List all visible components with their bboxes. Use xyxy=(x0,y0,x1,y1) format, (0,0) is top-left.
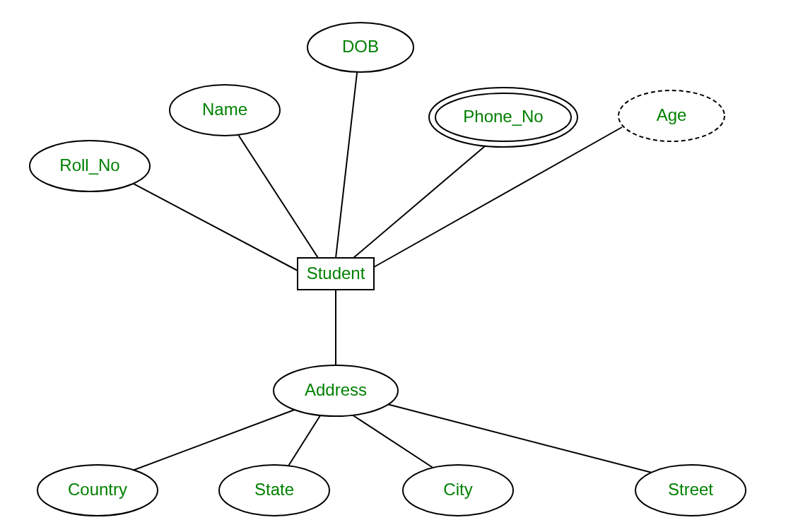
attr-age: Age xyxy=(618,90,725,141)
edge-student-rollno xyxy=(119,176,298,271)
attr-street: Street xyxy=(635,465,746,516)
attr-name: Name xyxy=(170,85,280,136)
attr-name-label: Name xyxy=(202,100,247,119)
attr-street-label: Street xyxy=(668,480,713,499)
edge-student-age xyxy=(374,127,622,267)
attr-phone-no-label: Phone_No xyxy=(463,107,543,126)
attr-city: City xyxy=(403,465,513,516)
attr-country: Country xyxy=(37,465,158,516)
edge-student-phoneno xyxy=(353,138,495,258)
entity-student-label: Student xyxy=(307,264,365,283)
attr-roll-no-label: Roll_No xyxy=(59,155,119,175)
attr-country-label: Country xyxy=(68,480,127,499)
attr-city-label: City xyxy=(443,480,472,499)
attr-age-label: Age xyxy=(657,105,687,124)
entity-student: Student xyxy=(298,258,374,290)
attr-state: State xyxy=(219,465,329,516)
attr-dob-label: DOB xyxy=(342,37,379,56)
attr-roll-no: Roll_No xyxy=(30,141,150,191)
er-diagram: Student Roll_No Name DOB Phone_No Age Ad… xyxy=(0,0,786,532)
attr-phone-no: Phone_No xyxy=(429,88,577,147)
edge-student-name xyxy=(233,127,318,258)
attr-address-label: Address xyxy=(305,380,367,399)
attr-address: Address xyxy=(274,365,398,416)
edge-student-dob xyxy=(336,67,358,258)
attr-state-label: State xyxy=(254,480,294,499)
attr-dob: DOB xyxy=(307,23,413,72)
